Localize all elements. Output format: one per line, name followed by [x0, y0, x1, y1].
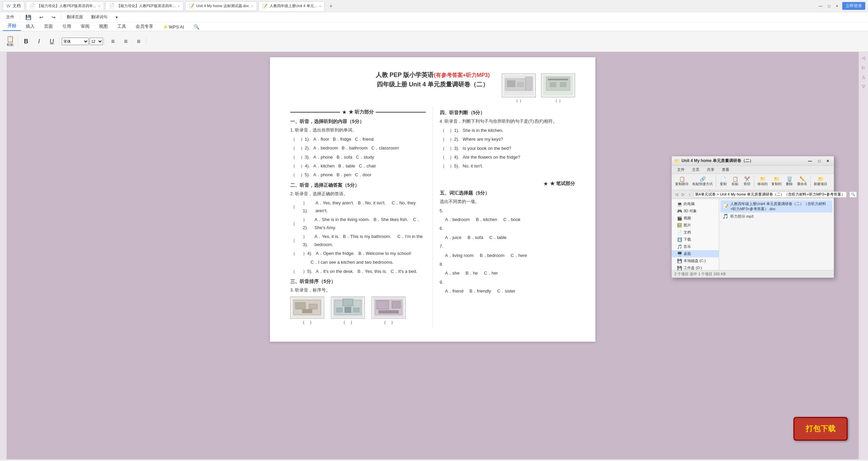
- tab-wps[interactable]: W 文档: [3, 1, 24, 11]
- fe-tab-file[interactable]: 文件: [674, 166, 688, 173]
- fe-paste-shortcut[interactable]: 🔗粘贴快捷方式: [691, 176, 714, 187]
- ribbon-tab-review[interactable]: 审阅: [76, 22, 94, 31]
- part1-q1: （ ）1). A．floor B．fridge C．friend: [290, 135, 426, 143]
- download-badge[interactable]: 打包下载: [793, 417, 848, 441]
- fe-sidebar-docs[interactable]: 📄 文档: [672, 229, 719, 236]
- minimize-icon[interactable]: —: [817, 2, 824, 10]
- fe-nav-path[interactable]: 第4单元试卷 > Unit 4 My home 单元质量调研卷（二）（含听力材料…: [693, 192, 847, 198]
- tab-doc5-close[interactable]: ×: [319, 4, 321, 8]
- ribbon-tab-start[interactable]: 开始: [3, 21, 21, 31]
- font-family-select[interactable]: 宋体 微软雅黑: [62, 38, 89, 45]
- new-tab-button[interactable]: +: [326, 1, 336, 11]
- fe-sidebar-downloads[interactable]: ⬇️ 下载: [672, 236, 719, 243]
- fe-nav-back[interactable]: ◁: [674, 192, 679, 197]
- align-right[interactable]: ≡: [133, 37, 145, 46]
- ribbon-tab-view[interactable]: 视图: [94, 22, 113, 31]
- fe-nav-forward[interactable]: ▷: [680, 192, 686, 197]
- bold-btn[interactable]: B: [20, 37, 32, 46]
- fe-search-icon: 🔍: [851, 193, 855, 196]
- ribbon-tab-ref[interactable]: 引用: [58, 22, 76, 31]
- part3-images: （ ）: [290, 297, 426, 325]
- tab-doc4[interactable]: 📝 Unit 4 My home 达标测试题.doc ×: [185, 1, 257, 11]
- close-icon[interactable]: ×: [834, 2, 840, 10]
- part5-q5-opts: A．bedroom B．kitchen C．book: [440, 216, 575, 223]
- fe-cut[interactable]: ✂️剪切: [742, 176, 752, 187]
- login-button[interactable]: 立即登录: [842, 2, 865, 10]
- fe-copy[interactable]: 📄复制: [718, 176, 729, 187]
- fe-sidebar-c[interactable]: 💾 本地磁盘 (C:): [672, 257, 719, 264]
- ribbon-tab-vip[interactable]: 会员专享: [131, 22, 158, 31]
- fe-file-mp3[interactable]: 🎵 听力部分.mp3: [721, 213, 832, 220]
- fe-file-doc[interactable]: 📝 人教四年级上册Unit4 单元质量调研卷（二）（含听力材料+听力MP3+参考…: [721, 200, 832, 213]
- part2-q2: （ ）2). A．She is in the living room. B．Sh…: [290, 216, 426, 232]
- fe-search-box[interactable]: 🔍: [849, 192, 857, 198]
- fe-copy-path[interactable]: 📋复制路径: [674, 176, 690, 187]
- fe-sidebar-video[interactable]: 🎬 视频: [672, 215, 719, 222]
- clipboard-paste[interactable]: 📋 粘贴: [4, 35, 16, 48]
- pictures-icon: 🖼️: [677, 223, 682, 228]
- fe-tab-home[interactable]: 主页: [689, 166, 703, 173]
- fe-tab-share[interactable]: 共享: [704, 166, 718, 173]
- fe-sidebar-music[interactable]: 🎵 音乐: [672, 243, 719, 250]
- align-center[interactable]: ≡: [120, 37, 132, 46]
- ribbon-tab-ai[interactable]: ⚡ WPS AI: [158, 23, 189, 31]
- translate-page[interactable]: 翻译页面: [63, 14, 86, 21]
- fe-rename[interactable]: ✏️重命名: [796, 176, 809, 187]
- tab-doc3[interactable]: 📄 【能力培化】人教PEP版英语四年... ×: [105, 1, 184, 11]
- 3d-icon: 🎮: [677, 209, 682, 214]
- quick-save[interactable]: 💾: [22, 14, 35, 21]
- fe-sidebar-desktop[interactable]: 🖥️ 桌面: [672, 250, 719, 257]
- part2-instruction: 2. 听录音，选择正确的答语。: [290, 191, 426, 198]
- part5-q8-opts: A．she B．he C．her: [440, 269, 575, 277]
- quick-undo[interactable]: ↩: [36, 14, 47, 21]
- underline-btn[interactable]: U: [46, 37, 58, 46]
- fe-sidebar-computer[interactable]: 💻 此电脑: [672, 200, 719, 207]
- part5-q7-opts: A．living room B．bedroom C．here: [440, 252, 575, 259]
- svg-rect-3: [517, 82, 524, 87]
- menu-file[interactable]: 文件: [3, 14, 18, 21]
- copy-icon: 📄: [721, 176, 726, 182]
- quick-redo[interactable]: ↪: [48, 14, 59, 21]
- tab-doc5[interactable]: 📝 人教四年级上册Unit 4 单元... ×: [258, 1, 325, 11]
- fe-delete[interactable]: 🗑️删除: [784, 176, 795, 187]
- svg-rect-14: [302, 309, 312, 313]
- svg-rect-8: [550, 82, 556, 87]
- fe-sidebar-pictures[interactable]: 🖼️ 图片: [672, 222, 719, 229]
- maximize-icon[interactable]: □: [827, 2, 832, 10]
- fe-titlebar: 📁 Unit 4 My home 单元质量调研卷（二） — □ ×: [672, 156, 834, 166]
- fe-new-item[interactable]: 📁新建项目: [812, 176, 829, 187]
- right-panel-btn-4[interactable]: ▽: [860, 83, 867, 90]
- translate-word[interactable]: 翻译词句: [88, 14, 111, 21]
- tab-doc4-close[interactable]: ×: [251, 4, 253, 8]
- fe-tab-view[interactable]: 查看: [718, 166, 733, 173]
- part3-instruction: 3. 听录音，标序号。: [290, 287, 426, 294]
- fe-maximize[interactable]: □: [816, 158, 823, 164]
- right-panel-btn-3[interactable]: △: [860, 74, 867, 80]
- taskbar-right: — □ × 立即登录: [817, 2, 865, 10]
- fe-close[interactable]: ×: [825, 158, 831, 164]
- font-size-select[interactable]: 12 14 16: [90, 38, 103, 45]
- tab-doc2-close[interactable]: ×: [98, 4, 100, 8]
- copy-path-icon: 📋: [679, 176, 685, 182]
- fe-sidebar-d[interactable]: 💾 工作盘 (D:): [672, 264, 719, 270]
- ribbon-tab-page[interactable]: 页面: [39, 22, 58, 31]
- right-panel-btn-1[interactable]: ◁: [860, 55, 867, 61]
- tab-doc2[interactable]: 📄 【能力培化】人教PEP版英语四年... ×: [26, 1, 104, 11]
- ribbon-tab-search[interactable]: 🔍: [189, 23, 204, 31]
- fe-move-to[interactable]: 📁移动到: [756, 176, 769, 187]
- tab-doc3-close[interactable]: ×: [178, 4, 180, 8]
- ribbon-tab-tools[interactable]: 工具: [113, 22, 131, 31]
- svg-rect-17: [343, 299, 353, 306]
- ribbon-tab-insert[interactable]: 插入: [21, 22, 39, 31]
- align-left[interactable]: ≡: [107, 37, 119, 46]
- fe-copy-to[interactable]: 📁复制到: [770, 176, 783, 187]
- right-panel-btn-2[interactable]: ▷: [860, 64, 867, 71]
- fe-paste[interactable]: 📋粘贴: [730, 176, 741, 187]
- fe-sidebar-3d[interactable]: 🎮 3D 对象: [672, 207, 719, 215]
- part5-q6-num: 6.: [440, 224, 575, 232]
- italic-btn[interactable]: I: [33, 37, 45, 46]
- align-center-icon: ≡: [124, 38, 128, 44]
- quick-dropdown[interactable]: ▾: [112, 14, 121, 20]
- fe-nav-up[interactable]: ↑: [687, 192, 692, 197]
- fe-minimize[interactable]: —: [806, 158, 814, 164]
